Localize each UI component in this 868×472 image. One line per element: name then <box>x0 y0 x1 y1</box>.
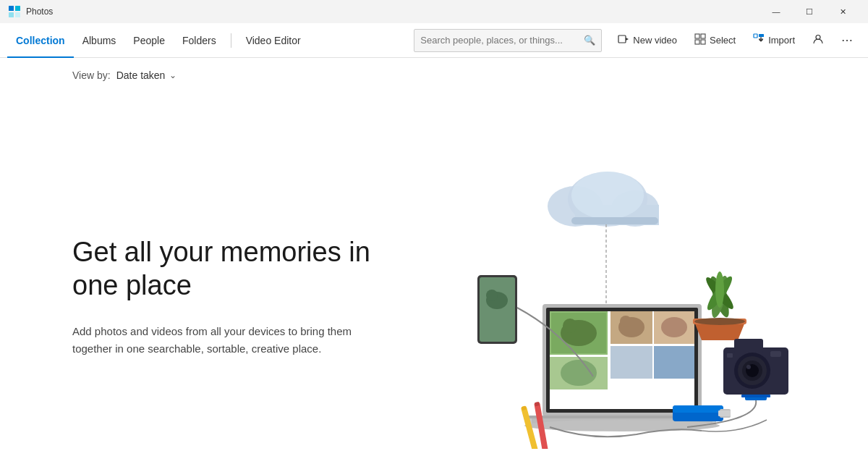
minimize-button[interactable]: — <box>760 0 793 23</box>
svg-rect-53 <box>734 339 763 353</box>
svg-rect-18 <box>571 217 658 224</box>
svg-point-29 <box>620 316 631 327</box>
svg-rect-62 <box>741 395 770 397</box>
svg-rect-59 <box>770 351 781 357</box>
search-bar[interactable]: 🔍 <box>414 29 602 52</box>
svg-rect-8 <box>695 40 699 44</box>
svg-rect-6 <box>695 34 699 38</box>
svg-rect-2 <box>9 12 14 17</box>
navbar: Collection Albums People Folders Video E… <box>0 23 868 58</box>
svg-rect-33 <box>654 346 694 379</box>
svg-rect-32 <box>610 346 652 379</box>
svg-rect-7 <box>701 34 705 38</box>
svg-rect-10 <box>754 34 757 38</box>
nav-folders[interactable]: Folders <box>174 23 225 58</box>
ellipsis-icon: ⋯ <box>841 33 854 47</box>
svg-rect-68 <box>535 402 540 406</box>
nav-people[interactable]: People <box>124 23 174 58</box>
view-by-value: Date taken <box>116 69 166 81</box>
svg-point-58 <box>746 365 751 369</box>
close-button[interactable]: ✕ <box>826 0 859 23</box>
svg-rect-1 <box>15 6 20 11</box>
titlebar: Photos — ☐ ✕ <box>0 0 868 23</box>
titlebar-left: Photos <box>9 6 53 17</box>
import-icon <box>753 33 765 47</box>
svg-point-51 <box>715 271 724 308</box>
svg-rect-70 <box>673 405 723 413</box>
select-icon <box>694 33 706 47</box>
nav-collection[interactable]: Collection <box>7 23 74 58</box>
text-section: Get all your memories in one place Add p… <box>72 236 420 357</box>
search-icon[interactable]: 🔍 <box>584 35 595 46</box>
svg-point-44 <box>486 290 498 301</box>
svg-rect-4 <box>618 35 626 43</box>
main-content: Get all your memories in one place Add p… <box>0 93 868 472</box>
svg-rect-42 <box>480 277 515 342</box>
description: Add photos and videos from all your devi… <box>72 323 376 358</box>
search-input[interactable] <box>420 35 579 46</box>
app-title: Photos <box>26 7 53 17</box>
view-by-select[interactable]: Date taken ⌄ <box>116 69 177 81</box>
view-by-label: View by: <box>72 69 111 81</box>
cloud-illustration <box>548 172 659 319</box>
app-icon <box>9 6 20 17</box>
account-button[interactable] <box>805 29 831 52</box>
illustration <box>434 145 796 449</box>
more-options-button[interactable]: ⋯ <box>834 29 861 52</box>
nav-actions: New video Select Import <box>610 29 861 52</box>
chevron-down-icon: ⌄ <box>169 70 176 80</box>
nav-video-editor[interactable]: Video Editor <box>237 23 310 58</box>
svg-rect-0 <box>9 6 14 11</box>
svg-rect-72 <box>718 410 731 416</box>
svg-rect-9 <box>701 40 705 44</box>
new-video-button[interactable]: New video <box>610 29 684 52</box>
account-icon <box>812 33 824 47</box>
svg-marker-5 <box>626 38 629 41</box>
svg-rect-3 <box>15 12 20 17</box>
maximize-button[interactable]: ☐ <box>793 0 826 23</box>
new-video-icon <box>618 33 629 47</box>
toolbar: View by: Date taken ⌄ <box>0 58 868 93</box>
svg-rect-60 <box>727 353 733 358</box>
nav-divider <box>231 33 231 48</box>
import-button[interactable]: Import <box>746 29 802 52</box>
select-button[interactable]: Select <box>687 29 743 52</box>
headline: Get all your memories in one place <box>72 236 420 302</box>
svg-rect-11 <box>759 34 764 37</box>
svg-point-31 <box>661 317 687 337</box>
svg-point-17 <box>571 172 644 219</box>
svg-point-46 <box>694 318 745 325</box>
nav-albums[interactable]: Albums <box>74 23 125 58</box>
titlebar-controls: — ☐ ✕ <box>760 0 859 23</box>
svg-point-26 <box>563 319 577 333</box>
